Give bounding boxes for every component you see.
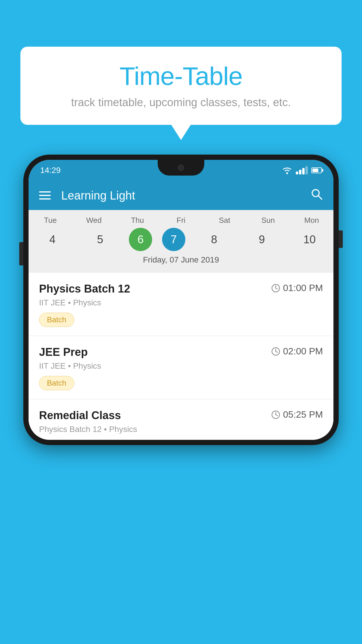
app-title: Learning Light (61, 189, 310, 202)
day-8[interactable]: 8 (195, 228, 233, 251)
wifi-icon (282, 166, 292, 174)
calendar-week: Tue Wed Thu Fri Sat Sun Mon 4 5 6 7 8 9 … (29, 210, 333, 273)
phone-frame: 14:29 (23, 155, 339, 445)
signal-icon (296, 166, 308, 174)
selected-date-label: Friday, 07 June 2019 (29, 255, 333, 270)
day-header-mon: Mon (293, 216, 331, 225)
clock-icon-3 (271, 410, 280, 419)
schedule-item-1-time: 01:00 PM (271, 283, 323, 293)
schedule-item-3-time: 05:25 PM (271, 409, 323, 420)
schedule-item-1[interactable]: Physics Batch 12 01:00 PM IIT JEE • Phys… (29, 273, 333, 336)
speech-bubble: Time-Table track timetable, upcoming cla… (20, 47, 342, 125)
schedule-item-2[interactable]: JEE Prep 02:00 PM IIT JEE • Physics Batc… (29, 336, 333, 399)
batch-badge-1: Batch (39, 313, 74, 327)
svg-point-0 (286, 172, 288, 174)
day-header-sat: Sat (205, 216, 243, 225)
svg-line-5 (276, 288, 277, 289)
app-toolbar: Learning Light (29, 181, 333, 210)
day-numbers: 4 5 6 7 8 9 10 (29, 228, 333, 251)
speech-bubble-container: Time-Table track timetable, upcoming cla… (20, 47, 342, 125)
speech-bubble-subtitle: track timetable, upcoming classes, tests… (38, 96, 324, 109)
day-5[interactable]: 5 (81, 228, 119, 251)
phone-container: 14:29 (23, 155, 339, 445)
schedule-item-3-subtitle: Physics Batch 12 • Physics (39, 425, 323, 440)
svg-line-11 (276, 415, 277, 416)
schedule-list: Physics Batch 12 01:00 PM IIT JEE • Phys… (29, 273, 333, 440)
menu-line-1 (39, 191, 51, 192)
search-button[interactable] (310, 188, 323, 203)
day-6-today[interactable]: 6 (129, 228, 152, 251)
schedule-item-2-title: JEE Prep (39, 346, 88, 358)
schedule-item-1-title: Physics Batch 12 (39, 283, 130, 295)
day-9[interactable]: 9 (243, 228, 281, 251)
day-header-wed: Wed (75, 216, 113, 225)
day-7-selected[interactable]: 7 (162, 228, 185, 251)
status-time: 14:29 (40, 166, 61, 175)
svg-line-8 (276, 351, 277, 352)
day-header-tue: Tue (31, 216, 69, 225)
schedule-item-2-subtitle: IIT JEE • Physics (39, 361, 323, 371)
menu-button[interactable] (39, 191, 51, 200)
clock-icon-1 (271, 284, 280, 293)
day-header-fri: Fri (162, 216, 200, 225)
battery-icon (311, 167, 322, 173)
camera (178, 164, 184, 171)
day-10[interactable]: 10 (291, 228, 328, 251)
schedule-item-2-header: JEE Prep 02:00 PM (39, 346, 323, 358)
menu-line-3 (39, 198, 51, 200)
schedule-item-1-header: Physics Batch 12 01:00 PM (39, 283, 323, 295)
schedule-item-2-time: 02:00 PM (271, 346, 323, 357)
phone-screen: 14:29 (29, 160, 333, 440)
clock-icon-2 (271, 347, 280, 356)
notch (158, 160, 204, 176)
batch-badge-2: Batch (39, 376, 74, 390)
schedule-item-3-partial[interactable]: Remedial Class 05:25 PM Physics Batch 12… (29, 399, 333, 440)
day-headers: Tue Wed Thu Fri Sat Sun Mon (29, 216, 333, 225)
day-4[interactable]: 4 (34, 228, 71, 251)
day-header-thu: Thu (119, 216, 157, 225)
schedule-item-3-header: Remedial Class 05:25 PM (39, 409, 323, 422)
status-icons (282, 166, 322, 174)
schedule-item-3-title: Remedial Class (39, 409, 121, 422)
speech-bubble-title: Time-Table (38, 61, 324, 91)
schedule-item-1-subtitle: IIT JEE • Physics (39, 298, 323, 307)
svg-line-2 (318, 196, 322, 199)
status-bar: 14:29 (29, 160, 333, 181)
day-header-sun: Sun (249, 216, 287, 225)
menu-line-2 (39, 195, 51, 196)
